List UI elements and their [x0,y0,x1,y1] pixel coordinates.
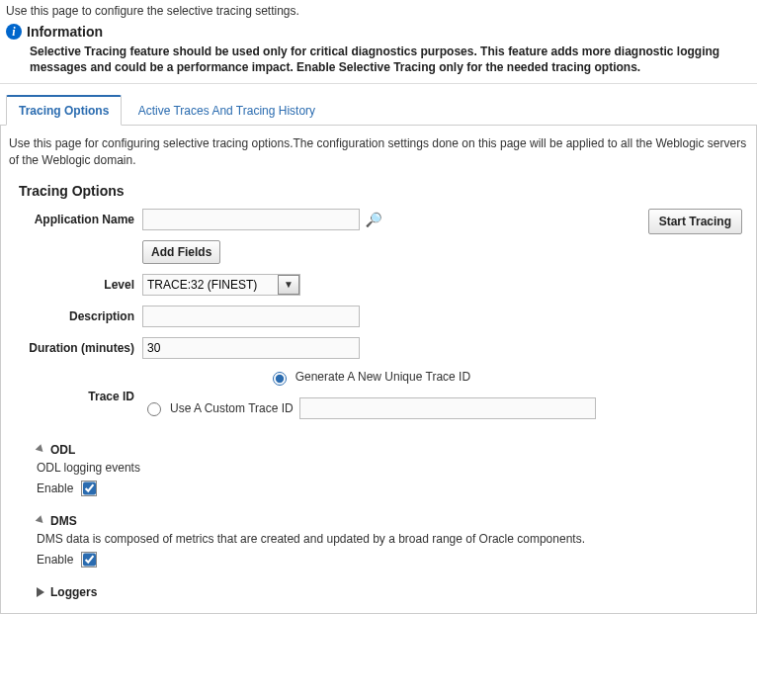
application-name-label: Application Name [19,213,142,226]
odl-title: ODL [50,443,75,457]
search-icon[interactable]: 🔍 [366,212,382,227]
dms-title: DMS [50,514,77,528]
info-icon: i [6,24,22,40]
description-input[interactable] [142,306,360,327]
tracing-options-description: Use this page for configuring selective … [9,135,748,169]
odl-enable-label: Enable [37,481,73,495]
start-tracing-button[interactable]: Start Tracing [648,209,742,234]
dms-section: DMS DMS data is composed of metrics that… [37,514,748,568]
chevron-down-icon[interactable]: ▼ [278,275,299,295]
level-select[interactable] [142,274,300,296]
odl-enable-checkbox[interactable] [83,481,96,495]
odl-section: ODL ODL logging events Enable [37,443,748,496]
trace-id-generate-label: Generate A New Unique Trace ID [295,370,470,384]
information-panel: i Information Selective Tracing feature … [0,20,757,84]
loggers-section: Loggers [37,585,748,599]
dms-enable-checkbox[interactable] [83,553,96,567]
tab-tracing-options[interactable]: Tracing Options [6,95,122,126]
add-fields-button[interactable]: Add Fields [142,240,220,264]
page-intro: Use this page to configure the selective… [0,0,757,20]
trace-id-label: Trace ID [19,390,142,403]
trace-id-custom-label: Use A Custom Trace ID [170,401,294,415]
dms-description: DMS data is composed of metrics that are… [37,532,748,546]
expand-icon[interactable] [37,587,44,597]
duration-label: Duration (minutes) [19,341,142,355]
information-title: Information [27,24,103,40]
loggers-title: Loggers [50,585,97,599]
trace-id-custom-input [299,397,596,419]
tracing-options-panel: Use this page for configuring selective … [0,126,757,614]
tab-bar: Tracing Options Active Traces And Tracin… [0,94,757,126]
odl-description: ODL logging events [37,461,748,475]
collapse-icon[interactable] [36,516,46,527]
dms-enable-label: Enable [37,553,73,567]
collapse-icon[interactable] [36,445,46,456]
duration-input[interactable] [142,337,360,359]
trace-id-generate-radio[interactable] [273,372,287,386]
description-label: Description [19,309,142,323]
information-body: Selective Tracing feature should be used… [30,44,751,75]
trace-id-custom-radio[interactable] [147,402,161,416]
tab-active-traces-history[interactable]: Active Traces And Tracing History [126,96,328,125]
level-label: Level [19,278,142,292]
section-title: Tracing Options [19,183,748,199]
application-name-input[interactable] [142,209,360,230]
